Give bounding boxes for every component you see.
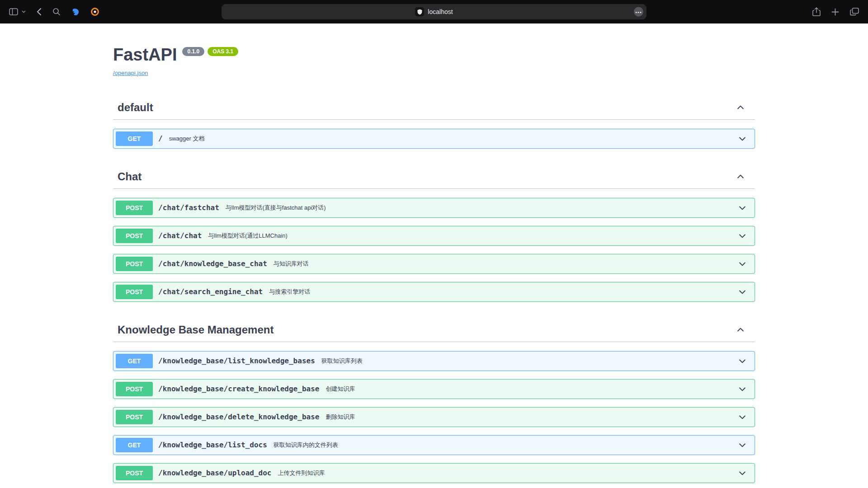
chevron-down-icon (738, 134, 747, 143)
operation-summary: 创建知识库 (326, 385, 355, 393)
operation-path: /chat/knowledge_base_chat (158, 259, 267, 268)
sidebar-toggle-button[interactable] (8, 7, 19, 16)
chevron-down-icon (738, 259, 747, 268)
sidebar-icon (9, 8, 18, 15)
method-badge: POST (116, 201, 153, 215)
reader-search-button[interactable] (52, 7, 61, 17)
toolbar-right-group (811, 6, 860, 17)
version-badge: 0.1.0 (182, 47, 204, 56)
operation-list: GET/swagger 文档 (113, 129, 755, 149)
page-menu-button[interactable]: ••• (634, 7, 643, 17)
section-title: default (118, 101, 153, 114)
chevron-left-icon (37, 8, 42, 16)
operation-row[interactable]: POST/knowledge_base/delete_knowledge_bas… (113, 407, 755, 427)
operation-expand-button[interactable] (738, 259, 752, 268)
method-badge: GET (116, 354, 153, 368)
share-icon (812, 7, 821, 16)
operation-row[interactable]: POST/chat/search_engine_chat与搜索引擎对话 (113, 282, 755, 302)
chevron-down-icon (738, 357, 747, 366)
plus-icon (831, 8, 839, 16)
operation-summary: swagger 文档 (169, 135, 205, 143)
operation-summary: 上传文件到知识库 (278, 469, 325, 477)
extension-orange-icon (91, 8, 99, 16)
operation-row[interactable]: POST/chat/knowledge_base_chat与知识库对话 (113, 254, 755, 274)
tab-overview-button[interactable] (849, 7, 860, 17)
operation-summary: 与搜索引擎对话 (269, 288, 310, 296)
api-sections: defaultGET/swagger 文档ChatPOST/chat/fastc… (113, 96, 755, 488)
operation-row[interactable]: GET/knowledge_base/list_knowledge_bases获… (113, 351, 755, 371)
operation-row[interactable]: GET/knowledge_base/list_docs获取知识库内的文件列表 (113, 435, 755, 455)
search-icon (52, 8, 61, 16)
operation-expand-button[interactable] (738, 469, 752, 478)
method-badge: POST (116, 285, 153, 299)
tab-overview-icon (850, 8, 859, 16)
operation-path: /chat/chat (158, 231, 202, 240)
address-bar[interactable]: localhost ••• (222, 4, 646, 19)
operation-path: /knowledge_base/delete_knowledge_base (158, 413, 319, 421)
section-header[interactable]: Chat (113, 165, 755, 189)
new-tab-button[interactable] (830, 7, 840, 17)
operation-expand-button[interactable] (738, 385, 752, 394)
operation-row[interactable]: GET/swagger 文档 (113, 129, 755, 149)
operation-row[interactable]: POST/knowledge_base/upload_doc上传文件到知识库 (113, 463, 755, 483)
back-button[interactable] (36, 7, 42, 17)
api-badges: 0.1.0 OAS 3.1 (182, 47, 238, 56)
api-info: FastAPI 0.1.0 OAS 3.1 /openapi.json (113, 23, 755, 96)
operation-expand-button[interactable] (738, 134, 752, 143)
site-privacy-icon (415, 7, 424, 16)
chevron-up-icon (736, 172, 745, 181)
operation-expand-button[interactable] (738, 413, 752, 422)
api-section: defaultGET/swagger 文档 (113, 96, 755, 149)
operation-path: /knowledge_base/create_knowledge_base (158, 385, 319, 393)
operation-list: POST/chat/fastchat与llm模型对话(直接与fastchat a… (113, 198, 755, 302)
openapi-spec-link[interactable]: /openapi.json (113, 70, 148, 76)
operation-row[interactable]: POST/knowledge_base/create_knowledge_bas… (113, 379, 755, 399)
chevron-down-icon (738, 385, 747, 394)
chevron-down-icon (738, 441, 747, 450)
section-header[interactable]: Knowledge Base Management (113, 318, 755, 342)
method-badge: POST (116, 382, 153, 396)
section-collapse-button[interactable] (736, 103, 745, 112)
section-header[interactable]: default (113, 96, 755, 120)
oas-badge: OAS 3.1 (208, 47, 238, 56)
section-collapse-button[interactable] (736, 325, 745, 334)
operation-summary: 与llm模型对话(直接与fastchat api对话) (226, 204, 326, 212)
sidebar-toggle-group (8, 7, 27, 16)
chevron-down-icon (738, 413, 747, 422)
chevron-up-icon (736, 103, 745, 112)
api-title-row: FastAPI 0.1.0 OAS 3.1 (113, 46, 755, 64)
operation-summary: 删除知识库 (326, 413, 355, 421)
operation-path: /chat/search_engine_chat (158, 287, 263, 296)
swagger-wrapper: FastAPI 0.1.0 OAS 3.1 /openapi.json defa… (104, 23, 764, 488)
operation-expand-button[interactable] (738, 203, 752, 212)
method-badge: GET (116, 131, 153, 146)
method-badge: GET (116, 438, 153, 452)
operation-path: /knowledge_base/upload_doc (158, 469, 271, 477)
extension-orange-button[interactable] (90, 7, 100, 17)
operation-expand-button[interactable] (738, 357, 752, 366)
chevron-down-icon (738, 203, 747, 212)
operation-expand-button[interactable] (738, 231, 752, 240)
operation-expand-button[interactable] (738, 441, 752, 450)
chevron-up-icon (736, 325, 745, 334)
toolbar-left-group (8, 7, 100, 17)
method-badge: POST (116, 466, 153, 480)
operation-row[interactable]: POST/chat/chat与llm模型对话(通过LLMChain) (113, 226, 755, 246)
section-collapse-button[interactable] (736, 172, 745, 181)
operation-list: GET/knowledge_base/list_knowledge_bases获… (113, 351, 755, 488)
address-bar-url: localhost (428, 8, 453, 15)
chevron-down-icon (738, 231, 747, 240)
method-badge: POST (116, 410, 153, 424)
share-button[interactable] (811, 6, 821, 17)
operation-summary: 与llm模型对话(通过LLMChain) (208, 232, 288, 240)
extension-blue-button[interactable] (71, 7, 81, 17)
section-title: Knowledge Base Management (118, 324, 274, 336)
method-badge: POST (116, 229, 153, 243)
operation-row[interactable]: POST/chat/fastchat与llm模型对话(直接与fastchat a… (113, 198, 755, 218)
operation-expand-button[interactable] (738, 287, 752, 296)
chevron-down-icon (738, 287, 747, 296)
operation-path: /knowledge_base/list_docs (158, 441, 267, 449)
sidebar-menu-caret-button[interactable] (21, 9, 27, 14)
extension-blue-icon (71, 8, 80, 16)
api-section: Knowledge Base ManagementGET/knowledge_b… (113, 318, 755, 488)
